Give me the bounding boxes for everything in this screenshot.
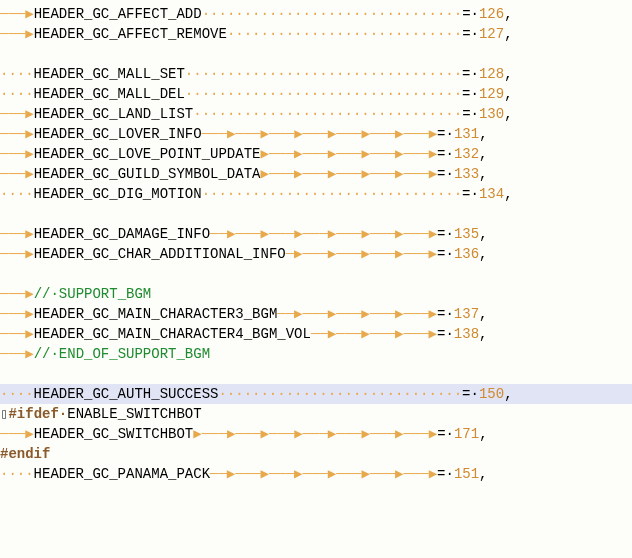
comment-line: ───▶//·SUPPORT_BGM bbox=[0, 284, 632, 304]
blank-line bbox=[0, 364, 632, 384]
blank-line bbox=[0, 204, 632, 224]
blank-line bbox=[0, 264, 632, 284]
blank-line bbox=[0, 484, 632, 504]
code-line: ───▶HEADER_GC_MAIN_CHARACTER4_BGM_VOL──▶… bbox=[0, 324, 632, 344]
preprocessor-line: ▯#ifdef·ENABLE_SWITCHBOT bbox=[0, 404, 632, 424]
code-line: ───▶HEADER_GC_GUILD_SYMBOL_DATA▶───▶───▶… bbox=[0, 164, 632, 184]
code-line: ───▶HEADER_GC_LOVER_INFO───▶───▶───▶───▶… bbox=[0, 124, 632, 144]
code-line: ····HEADER_GC_DIG_MOTION················… bbox=[0, 184, 632, 204]
code-line: ····HEADER_GC_MALL_DEL··················… bbox=[0, 84, 632, 104]
blank-line bbox=[0, 504, 632, 524]
code-line: ───▶HEADER_GC_MAIN_CHARACTER3_BGM──▶───▶… bbox=[0, 304, 632, 324]
code-line: ───▶HEADER_GC_CHAR_ADDITIONAL_INFO─▶───▶… bbox=[0, 244, 632, 264]
comment-line: ───▶//·END_OF_SUPPORT_BGM bbox=[0, 344, 632, 364]
code-line: ───▶HEADER_GC_DAMAGE_INFO──▶───▶───▶───▶… bbox=[0, 224, 632, 244]
preprocessor-line: #endif bbox=[0, 444, 632, 464]
code-line: ───▶HEADER_GC_AFFECT_REMOVE·············… bbox=[0, 24, 632, 44]
code-line: ───▶HEADER_GC_AFFECT_ADD················… bbox=[0, 4, 632, 24]
blank-line bbox=[0, 44, 632, 64]
code-line: ───▶HEADER_GC_LAND_LIST·················… bbox=[0, 104, 632, 124]
code-line: ····HEADER_GC_PANAMA_PACK──▶───▶───▶───▶… bbox=[0, 464, 632, 484]
code-line-highlighted: ····HEADER_GC_AUTH_SUCCESS··············… bbox=[0, 384, 632, 404]
code-line: ───▶HEADER_GC_LOVE_POINT_UPDATE▶───▶───▶… bbox=[0, 144, 632, 164]
code-line: ───▶HEADER_GC_SWITCHBOT▶───▶───▶───▶───▶… bbox=[0, 424, 632, 444]
code-line: ····HEADER_GC_MALL_SET··················… bbox=[0, 64, 632, 84]
